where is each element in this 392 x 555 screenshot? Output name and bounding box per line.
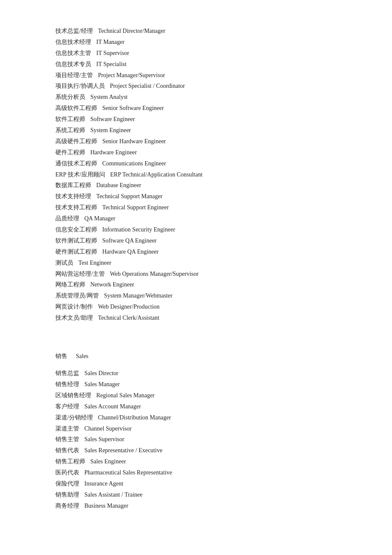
tech-item-english: Hardware Engineer — [90, 147, 137, 158]
sales-list-item: 保险代理Insurance Agent — [55, 478, 337, 489]
sales-item-chinese: 销售总监 — [55, 368, 79, 379]
sales-section-header: 销售 Sales — [55, 353, 337, 360]
sales-item-english: Channel Supervisor — [84, 423, 132, 434]
sales-item-chinese: 区域销售经理 — [55, 390, 91, 401]
tech-list-item: 项目执行/协调人员Project Specialist / Coordinato… — [55, 81, 337, 92]
tech-item-english: IT Supervisor — [96, 48, 129, 59]
sales-list-item: 销售工程师Sales Engineer — [55, 456, 337, 467]
tech-item-english: Software QA Engineer — [102, 235, 157, 246]
tech-list-item: 软件工程师Software Engineer — [55, 114, 337, 125]
tech-list-item: 技术文员/助理Technical Clerk/Assistant — [55, 312, 337, 324]
sales-item-chinese: 销售代表 — [55, 445, 79, 456]
sales-item-english: Sales Director — [84, 368, 118, 379]
sales-item-chinese: 商务经理 — [55, 500, 79, 512]
sales-list-item: 销售代表Sales Representative / Executive — [55, 445, 337, 456]
tech-item-chinese: 技术总监/经理 — [55, 26, 93, 37]
sales-item-english: Business Manager — [84, 500, 128, 512]
tech-list-item: 系统工程师System Engineer — [55, 125, 337, 136]
tech-item-english: Technical Clerk/Assistant — [98, 312, 159, 324]
sales-list: 销售总监Sales Director销售经理Sales Manager区域销售经… — [55, 368, 337, 512]
tech-item-english: Project Specialist / Coordinator — [110, 81, 185, 92]
sales-list-item: 销售主管Sales Supervisor — [55, 434, 337, 445]
sales-item-chinese: 销售经理 — [55, 379, 79, 390]
tech-list-item: 高级硬件工程师Senior Hardware Engineer — [55, 136, 337, 147]
tech-item-english: Communications Engineer — [102, 158, 166, 169]
sales-item-english: Pharmaceutical Sales Representative — [84, 467, 172, 478]
sales-list-item: 渠道/分销经理Channel/Distribution Manager — [55, 412, 337, 423]
tech-item-english: Senior Hardware Engineer — [102, 136, 166, 147]
tech-item-english: ERP Technical/Application Consultant — [110, 169, 203, 180]
sales-list-item: 客户经理Sales Account Manager — [55, 401, 337, 412]
tech-item-chinese: 技术文员/助理 — [55, 312, 93, 324]
tech-list-item: 高级软件工程师Senior Software Engineer — [55, 103, 337, 114]
sales-item-chinese: 销售工程师 — [55, 456, 85, 467]
tech-item-english: System Manager/Webmaster — [104, 290, 173, 301]
sales-item-english: Regional Sales Manager — [96, 390, 155, 401]
sales-list-item: 销售经理Sales Manager — [55, 379, 337, 390]
tech-item-english: Technical Director/Manager — [98, 26, 165, 37]
tech-list-item: 技术支持工程师Technical Support Engineer — [55, 202, 337, 213]
sales-item-chinese: 医药代表 — [55, 467, 79, 478]
sales-item-english: Sales Assistant / Trainee — [84, 489, 143, 500]
tech-item-english: IT Specialist — [96, 59, 127, 70]
tech-list-item: 品质经理QA Manager — [55, 213, 337, 224]
tech-item-chinese: 高级硬件工程师 — [55, 136, 97, 147]
tech-item-chinese: 网络工程师 — [55, 279, 85, 290]
tech-item-chinese: 硬件测试工程师 — [55, 246, 97, 257]
tech-list-item: 硬件工程师Hardware Engineer — [55, 147, 337, 158]
tech-item-chinese: 信息技术经理 — [55, 37, 91, 48]
tech-list-item: 软件测试工程师Software QA Engineer — [55, 235, 337, 246]
tech-item-chinese: 项目执行/协调人员 — [55, 81, 105, 92]
tech-list-item: 信息技术专员IT Specialist — [55, 59, 337, 70]
tech-list-item: 信息安全工程师Information Security Engineer — [55, 224, 337, 235]
tech-list-item: 项目经理/主管Project Manager/Supervisor — [55, 70, 337, 81]
sales-item-chinese: 渠道/分销经理 — [55, 412, 93, 423]
tech-item-english: Project Manager/Supervisor — [98, 70, 165, 81]
tech-list-item: 硬件测试工程师Hardware QA Engineer — [55, 246, 337, 257]
tech-item-english: Hardware QA Engineer — [102, 246, 159, 257]
sales-item-chinese: 销售助理 — [55, 489, 79, 500]
tech-item-english: System Analyst — [90, 92, 128, 103]
tech-list-item: 网络工程师Network Engineer — [55, 279, 337, 290]
sales-item-english: Sales Engineer — [90, 456, 126, 467]
tech-item-chinese: 项目经理/主管 — [55, 70, 93, 81]
tech-list-item: ERP 技术/应用顾问ERP Technical/Application Con… — [55, 169, 337, 180]
sales-item-chinese: 销售主管 — [55, 434, 79, 445]
tech-list-item: 测试员Test Engineer — [55, 257, 337, 269]
tech-item-english: IT Manager — [96, 37, 124, 48]
tech-item-chinese: 软件工程师 — [55, 114, 85, 125]
tech-list-item: 系统管理员/网管System Manager/Webmaster — [55, 290, 337, 301]
sales-item-english: Sales Account Manager — [84, 401, 141, 412]
sales-list-item: 区域销售经理Regional Sales Manager — [55, 390, 337, 401]
sales-section-chinese: 销售 — [55, 353, 67, 360]
tech-item-chinese: 网站营运经理/主管 — [55, 269, 105, 280]
sales-list-item: 渠道主管Channel Supervisor — [55, 423, 337, 434]
tech-item-chinese: 网页设计/制作 — [55, 301, 93, 312]
tech-item-chinese: 信息技术专员 — [55, 59, 91, 70]
tech-item-chinese: 技术支持工程师 — [55, 202, 97, 213]
tech-item-chinese: 测试员 — [55, 257, 73, 269]
sales-item-english: Sales Supervisor — [84, 434, 124, 445]
tech-item-english: QA Manager — [84, 213, 115, 224]
tech-item-english: Senior Software Engineer — [102, 103, 164, 114]
sales-list-item: 销售助理Sales Assistant / Trainee — [55, 489, 337, 500]
tech-item-english: Test Engineer — [78, 257, 111, 269]
tech-item-english: Software Engineer — [90, 114, 135, 125]
tech-list-item: 系统分析员System Analyst — [55, 92, 337, 103]
tech-list-item: 技术总监/经理Technical Director/Manager — [55, 26, 337, 37]
tech-item-chinese: 系统分析员 — [55, 92, 85, 103]
sales-item-chinese: 保险代理 — [55, 478, 79, 489]
tech-item-chinese: 高级软件工程师 — [55, 103, 97, 114]
tech-item-english: Technical Support Engineer — [102, 202, 169, 213]
tech-item-english: Information Security Engineer — [102, 224, 175, 235]
tech-list-item: 网站营运经理/主管Web Operations Manager/Supervis… — [55, 269, 337, 280]
tech-item-chinese: 通信技术工程师 — [55, 158, 97, 169]
sales-list-item: 销售总监Sales Director — [55, 368, 337, 379]
sales-item-english: Sales Representative / Executive — [84, 445, 162, 456]
tech-item-english: Web Designer/Production — [98, 301, 160, 312]
tech-list-item: 技术支持经理Technical Support Manager — [55, 191, 337, 202]
tech-item-english: Network Engineer — [90, 279, 134, 290]
tech-item-chinese: 数据库工程师 — [55, 180, 91, 191]
tech-item-chinese: 技术支持经理 — [55, 191, 91, 202]
tech-item-chinese: 信息安全工程师 — [55, 224, 97, 235]
